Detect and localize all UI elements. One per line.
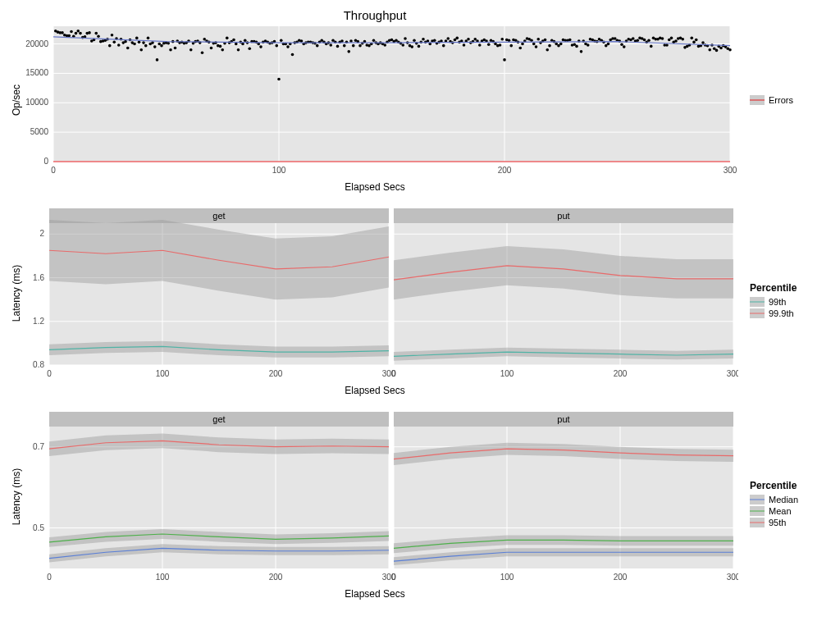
throughput-xlabel: Elapsed Secs [8,181,742,193]
svg-text:200: 200 [498,166,512,175]
svg-point-67 [160,44,163,48]
svg-text:100: 100 [156,573,170,582]
svg-point-319 [728,48,732,52]
svg-point-136 [316,44,319,48]
svg-point-174 [401,43,404,47]
latency-low-panel: Latency (ms)get0.50.70100200300put010020… [8,409,832,600]
svg-point-201 [463,43,466,47]
svg-text:200: 200 [614,369,628,378]
svg-point-303 [692,41,696,44]
svg-point-315 [719,47,723,50]
svg-point-188 [433,39,436,42]
svg-point-313 [715,49,719,52]
svg-point-73 [174,47,177,50]
svg-point-129 [300,39,304,43]
svg-point-39 [97,34,100,38]
svg-point-221 [508,39,511,42]
svg-text:2: 2 [39,229,44,238]
legend-item-95th: 95th [750,518,832,527]
svg-point-58 [139,48,143,52]
legend-title-high: Percentile [750,282,832,294]
latency-low-xlabel: Elapsed Secs [8,588,742,600]
svg-point-38 [94,32,98,35]
svg-point-48 [117,43,121,47]
svg-text:300: 300 [727,369,738,378]
svg-point-65 [156,58,159,62]
svg-text:Latency (ms): Latency (ms) [11,265,22,322]
svg-point-148 [343,44,346,48]
svg-text:100: 100 [500,573,514,582]
svg-point-155 [358,44,362,48]
legend-label-errors: Errors [769,95,793,105]
svg-point-219 [503,58,506,62]
svg-point-291 [665,43,669,47]
svg-point-147 [340,39,344,43]
svg-point-59 [142,41,145,44]
latency-high-panel: Latency (ms)get0.81.21.620100200300put01… [8,205,832,396]
svg-text:put: put [557,211,569,221]
svg-point-119 [277,78,281,81]
svg-text:Latency (ms): Latency (ms) [11,468,22,525]
svg-point-51 [124,40,127,43]
svg-point-232 [532,43,536,46]
svg-point-31 [79,32,82,35]
svg-point-307 [701,41,705,44]
svg-point-183 [422,38,425,41]
svg-point-152 [352,44,355,48]
svg-point-104 [244,39,247,42]
throughput-chart: 050001000015000200000100200300Op/sec [8,22,738,178]
svg-point-310 [708,48,711,52]
svg-text:0: 0 [47,573,52,582]
svg-text:0: 0 [391,369,396,378]
svg-text:0: 0 [391,573,396,582]
legend-item-median: Median [750,495,832,504]
svg-point-94 [221,48,224,52]
svg-point-217 [499,43,502,47]
svg-point-256 [587,43,590,47]
svg-point-234 [536,38,540,41]
svg-point-302 [690,37,693,40]
svg-point-71 [169,48,172,52]
svg-point-151 [349,39,353,43]
svg-text:get: get [212,211,225,221]
latency-low-chart: Latency (ms)get0.50.70100200300put010020… [8,409,738,585]
svg-point-63 [151,41,154,44]
svg-point-181 [418,45,421,48]
svg-point-99 [232,39,235,42]
svg-point-298 [681,38,684,41]
svg-text:5000: 5000 [30,127,49,136]
svg-text:15000: 15000 [25,68,48,77]
svg-point-278 [636,39,639,42]
svg-point-52 [126,47,130,50]
svg-text:0: 0 [43,157,48,166]
svg-point-295 [674,39,678,43]
svg-point-175 [404,37,407,40]
svg-point-194 [446,37,450,40]
svg-point-251 [575,45,578,48]
svg-point-30 [76,30,80,33]
svg-text:put: put [557,414,569,424]
svg-point-23 [61,31,64,34]
svg-point-253 [580,50,583,53]
svg-point-123 [286,45,290,48]
svg-text:100: 100 [272,166,286,175]
svg-point-226 [518,47,522,50]
svg-point-265 [607,43,610,46]
svg-text:1.2: 1.2 [33,317,44,326]
svg-text:100: 100 [500,369,514,378]
svg-point-276 [632,37,635,40]
svg-point-125 [291,53,294,57]
svg-point-231 [530,39,533,42]
svg-point-304 [695,39,698,42]
svg-point-248 [568,39,572,42]
throughput-legend: Errors [742,95,832,107]
svg-text:0.7: 0.7 [33,442,44,451]
legend-item-errors: Errors [750,95,832,105]
svg-point-166 [383,43,386,47]
svg-text:1.6: 1.6 [33,273,44,282]
svg-point-179 [413,39,416,42]
svg-point-61 [147,37,150,40]
svg-point-44 [108,44,112,48]
svg-point-35 [88,31,91,34]
svg-text:0: 0 [51,166,56,175]
